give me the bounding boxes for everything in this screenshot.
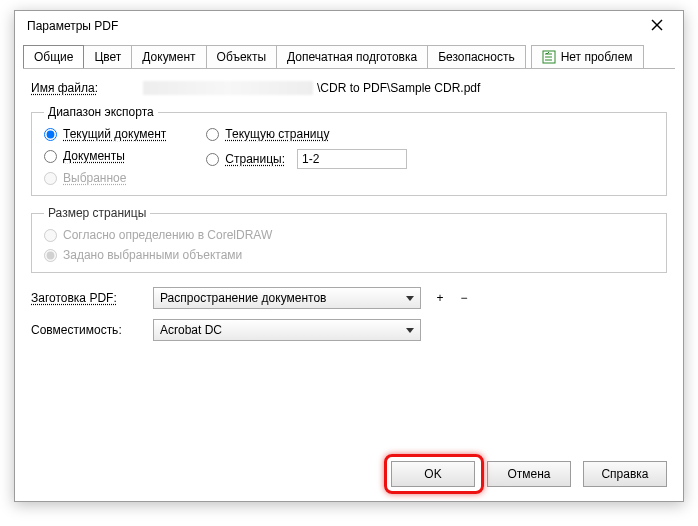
radio-pages-label: Страницы: <box>225 152 285 166</box>
pdf-preset-dropdown[interactable]: Распространение документов <box>153 287 421 309</box>
radio-pages[interactable]: Страницы: <box>206 149 407 169</box>
page-size-legend: Размер страницы <box>44 206 150 220</box>
radio-selection: Выбранное <box>44 171 166 185</box>
radio-pages-input[interactable] <box>206 153 219 166</box>
radio-current-document-label: Текущий документ <box>63 127 166 141</box>
tab-objects[interactable]: Объекты <box>206 45 278 68</box>
ok-button[interactable]: OK <box>391 461 475 487</box>
compat-dropdown[interactable]: Acrobat DC <box>153 319 421 341</box>
tab-color[interactable]: Цвет <box>83 45 132 68</box>
radio-selection-input <box>44 172 57 185</box>
export-range-group: Диапазон экспорта Текущий документ Докум… <box>31 105 667 196</box>
close-icon <box>651 19 663 34</box>
tab-no-issues[interactable]: Нет проблем <box>531 45 644 68</box>
radio-by-definition: Согласно определению в CorelDRAW <box>44 228 654 242</box>
radio-by-selected: Задано выбранными объектами <box>44 248 654 262</box>
page-size-group: Размер страницы Согласно определению в C… <box>31 206 667 273</box>
pdf-preset-row: Заготовка PDF: Распространение документо… <box>31 287 667 309</box>
radio-documents[interactable]: Документы <box>44 149 166 163</box>
tab-document[interactable]: Документ <box>131 45 206 68</box>
filename-row: Имя файла: \CDR to PDF\Sample CDR.pdf <box>31 81 667 95</box>
radio-selection-label: Выбранное <box>63 171 126 185</box>
tab-security[interactable]: Безопасность <box>427 45 526 68</box>
tab-general[interactable]: Общие <box>23 45 84 68</box>
help-button[interactable]: Справка <box>583 461 667 487</box>
radio-by-selected-input <box>44 249 57 262</box>
add-preset-button[interactable]: + <box>431 291 449 305</box>
close-button[interactable] <box>637 13 677 39</box>
radio-by-definition-input <box>44 229 57 242</box>
tab-row: Общие Цвет Документ Объекты Допечатная п… <box>23 43 675 69</box>
radio-current-page-label: Текущую страницу <box>225 127 329 141</box>
filename-label: Имя файла: <box>31 81 143 95</box>
window-title: Параметры PDF <box>27 19 118 33</box>
radio-documents-label: Документы <box>63 149 125 163</box>
radio-current-document-input[interactable] <box>44 128 57 141</box>
compat-value: Acrobat DC <box>160 323 222 337</box>
pages-input[interactable] <box>297 149 407 169</box>
chevron-down-icon <box>406 328 414 333</box>
radio-current-page-input[interactable] <box>206 128 219 141</box>
radio-by-selected-label: Задано выбранными объектами <box>63 248 242 262</box>
radio-current-document[interactable]: Текущий документ <box>44 127 166 141</box>
compat-label: Совместимость: <box>31 323 143 337</box>
dialog-buttons: OK Отмена Справка <box>391 461 667 487</box>
preset-add-remove: + − <box>431 291 473 305</box>
compat-row: Совместимость: Acrobat DC <box>31 319 667 341</box>
titlebar: Параметры PDF <box>15 11 683 41</box>
checklist-icon <box>542 50 556 64</box>
filename-suffix: \CDR to PDF\Sample CDR.pdf <box>317 81 480 95</box>
radio-current-page[interactable]: Текущую страницу <box>206 127 407 141</box>
remove-preset-button[interactable]: − <box>455 291 473 305</box>
pdf-preset-label: Заготовка PDF: <box>31 291 143 305</box>
filename-value: \CDR to PDF\Sample CDR.pdf <box>143 81 480 95</box>
status-label: Нет проблем <box>561 50 633 64</box>
pdf-settings-dialog: Параметры PDF Общие Цвет Документ Объект… <box>14 10 684 502</box>
redacted-path-prefix <box>143 81 313 95</box>
radio-by-definition-label: Согласно определению в CorelDRAW <box>63 228 272 242</box>
cancel-button[interactable]: Отмена <box>487 461 571 487</box>
chevron-down-icon <box>406 296 414 301</box>
tab-prepress[interactable]: Допечатная подготовка <box>276 45 428 68</box>
general-panel: Имя файла: \CDR to PDF\Sample CDR.pdf Ди… <box>31 81 667 341</box>
pdf-preset-value: Распространение документов <box>160 291 327 305</box>
export-range-legend: Диапазон экспорта <box>44 105 158 119</box>
radio-documents-input[interactable] <box>44 150 57 163</box>
